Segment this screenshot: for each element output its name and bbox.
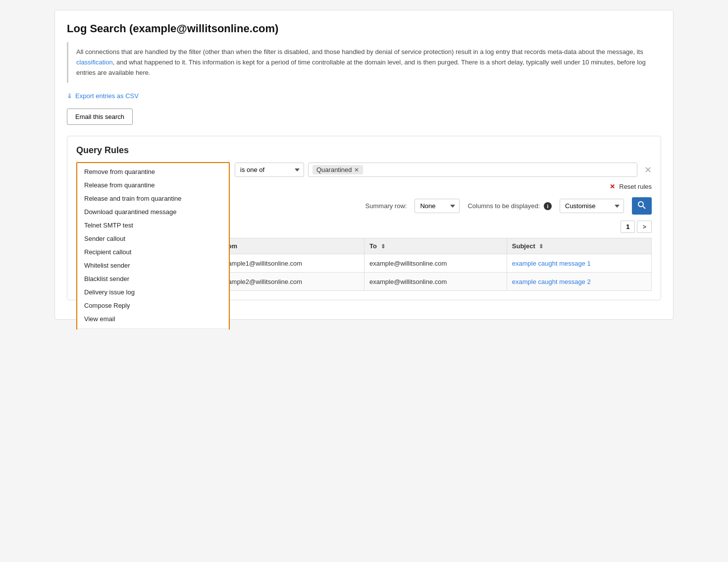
menu-item-view-email[interactable]: View email (77, 312, 229, 326)
info-icon: i (544, 202, 552, 210)
x-icon: ✕ (610, 183, 615, 190)
filter-row: is one of is not one of Quarantined ✕ ✕ (235, 163, 652, 177)
row-close-button[interactable]: ✕ (644, 165, 652, 175)
row2-subject: example caught message 2 (507, 273, 651, 291)
svg-line-1 (643, 206, 645, 209)
download-icon: ⇓ (67, 92, 72, 100)
search-icon (638, 201, 646, 209)
summary-row-label: Summary row: (365, 202, 407, 210)
menu-item-telnet-smtp[interactable]: Telnet SMTP test (77, 219, 229, 232)
filter-tag-area: Quarantined ✕ (308, 163, 637, 177)
row2-subject-link[interactable]: example caught message 2 (512, 278, 591, 285)
filter-condition-select[interactable]: is one of is not one of (235, 163, 304, 177)
page-1-button[interactable]: 1 (621, 221, 635, 233)
tag-label: Quarantined (316, 166, 352, 173)
reset-rules-button[interactable]: ✕ Reset rules (610, 183, 652, 190)
columns-select[interactable]: Customise Default (560, 199, 624, 213)
page-next-button[interactable]: > (637, 221, 652, 233)
col-header-to: To ⇕ (364, 238, 507, 254)
menu-item-release-train-quarantine[interactable]: Release and train from quarantine (77, 192, 229, 205)
row1-subject-link[interactable]: example caught message 1 (512, 260, 591, 267)
col-header-from: From (216, 238, 364, 254)
export-csv-label: Export entries as CSV (75, 92, 139, 100)
tag-close-button[interactable]: ✕ (354, 167, 359, 173)
sort-icon-subject: ⇕ (539, 243, 543, 250)
col-header-subject: Subject ⇕ (507, 238, 651, 254)
columns-label: Columns to be displayed: i (468, 202, 552, 210)
description-block: All connections that are handled by the … (67, 42, 661, 83)
row2-to: example@willitsonline.com (364, 273, 507, 291)
summary-row-select[interactable]: None Sender Recipient (415, 199, 460, 213)
export-csv-link[interactable]: ⇓ Export entries as CSV (67, 92, 139, 100)
row1-subject: example caught message 1 (507, 254, 651, 273)
svg-point-0 (638, 202, 643, 207)
menu-item-download-quarantine[interactable]: Download quarantined message (77, 205, 229, 219)
columns-label-text: Columns to be displayed: (468, 202, 540, 210)
query-rules-title: Query Rules (76, 145, 652, 156)
context-menu: Remove from quarantine Release from quar… (76, 162, 230, 330)
menu-item-compose-reply[interactable]: Compose Reply (77, 299, 229, 312)
row2-from: example2@willitsonline.com (216, 273, 364, 291)
quarantined-tag: Quarantined ✕ (312, 165, 363, 174)
description-text: All connections that are handled by the … (76, 48, 646, 76)
sort-icon-to: ⇕ (381, 243, 385, 250)
search-button[interactable] (632, 197, 652, 215)
query-section: Query Rules Remove from quarantine Relea… (67, 136, 661, 300)
reset-rules-label: Reset rules (619, 183, 652, 190)
menu-item-release-quarantine[interactable]: Release from quarantine (77, 178, 229, 192)
menu-item-delivery-issue[interactable]: Delivery issue log (77, 285, 229, 299)
menu-item-blacklist-sender[interactable]: Blacklist sender (77, 272, 229, 285)
menu-item-recipient-callout[interactable]: Recipient callout (77, 245, 229, 259)
menu-item-remove-quarantine[interactable]: Remove from quarantine (77, 165, 229, 178)
row1-to: example@willitsonline.com (364, 254, 507, 273)
row1-from: example1@willitsonline.com (216, 254, 364, 273)
menu-item-sender-callout[interactable]: Sender callout (77, 232, 229, 245)
classification-link[interactable]: classification (76, 58, 113, 66)
email-search-button[interactable]: Email this search (67, 109, 133, 125)
menu-item-whitelist-sender[interactable]: Whitelist sender (77, 259, 229, 272)
page-title: Log Search (example@willitsonline.com) (67, 22, 661, 35)
